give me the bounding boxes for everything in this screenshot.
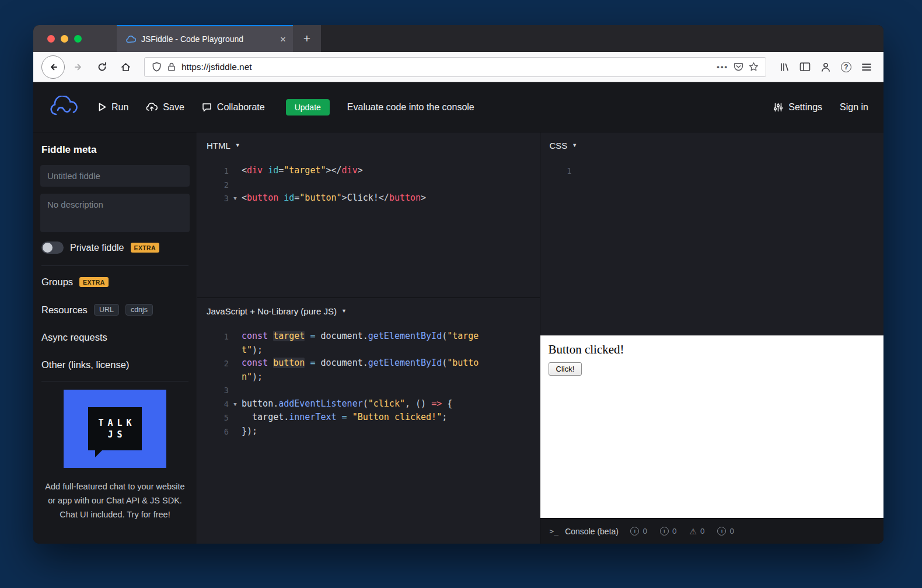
code-token: div [247,165,263,176]
talkjs-ad[interactable]: TALK JS Add full-featured chat to your w… [40,390,190,522]
console-bar[interactable]: >_ Console (beta) ! 0 ! 0 [540,518,884,544]
result-click-button[interactable]: Click! [549,362,582,376]
css-editor[interactable]: 1 [540,158,884,335]
minimize-window-button[interactable] [61,35,68,43]
css-panel-header[interactable]: CSS ▼ [540,132,884,158]
reload-button[interactable] [92,57,113,78]
lock-icon[interactable] [167,62,176,72]
home-button[interactable] [115,57,136,78]
code-line[interactable]: 4▼button.addEventListener("click", () =>… [197,397,540,411]
code-token: . [363,331,368,341]
sidebar-item-resources[interactable]: Resources URL cdnjs [40,296,190,324]
code-line[interactable]: 3▼<button id="button">Click!</button> [197,191,540,205]
menu-hamburger-icon[interactable] [861,63,872,71]
code-token [268,331,273,341]
run-button[interactable]: Run [99,102,128,113]
sidebar-item-groups[interactable]: Groups EXTRA [40,268,190,296]
code-line[interactable]: 2const button = document.getElementById(… [197,356,540,370]
fiddle-title-input[interactable] [40,165,190,187]
line-number: 2 [197,178,229,192]
log-circle-icon: ! [717,527,726,536]
code-line[interactable]: 3 [197,383,540,397]
url-text[interactable]: https://jsfiddle.net [181,62,252,72]
sidebar-item-async-requests[interactable]: Async requests [40,324,190,351]
sidebar-toggle-icon[interactable] [799,62,811,72]
browser-tab[interactable]: JSFiddle - Code Playground × [117,25,293,52]
save-button[interactable]: Save [146,102,184,113]
tab-close-icon[interactable]: × [280,34,286,44]
code-text: }); [242,425,257,439]
code-token: button [242,398,273,409]
html-panel-header[interactable]: HTML ▼ [197,132,540,158]
code-token: id [284,192,294,203]
html-editor[interactable]: 1<div id="target"></div>23▼<button id="b… [197,158,540,298]
home-icon [120,62,131,72]
console-info-counter[interactable]: ! 0 [630,527,647,536]
sidebar-item-other[interactable]: Other (links, license) [40,351,190,379]
code-line[interactable]: 2 [197,178,540,192]
code-line[interactable]: 5 target.innerText = "Button clicked!"; [197,411,540,425]
line-number: 3 [197,383,229,397]
library-icon[interactable] [779,62,790,72]
code-line[interactable]: 1const target = document.getElementById(… [197,330,540,344]
js-editor[interactable]: 1const target = document.getElementById(… [197,324,540,544]
settings-button[interactable]: Settings [773,102,822,113]
code-line[interactable]: 1 [540,164,884,178]
fold-arrow-icon[interactable]: ▼ [229,397,242,411]
pocket-icon[interactable] [734,62,743,72]
code-line[interactable]: 1<div id="target"></div> [197,164,540,178]
chevron-down-icon[interactable]: ▼ [572,142,577,148]
code-token: innerText [289,412,336,422]
resource-chip-cdnjs[interactable]: cdnjs [125,304,153,316]
zoom-window-button[interactable] [74,35,82,43]
code-line[interactable]: n"); [197,370,540,384]
sidebar-divider [41,381,188,382]
new-tab-button[interactable]: + [293,25,321,52]
sign-in-link[interactable]: Sign in [840,102,868,113]
app-header: Run Save Collaborate Update Evaluate cod… [33,82,883,132]
account-icon[interactable] [820,62,831,72]
page-actions-icon[interactable]: ••• [717,62,728,71]
code-token: > [342,192,347,203]
resource-chip-url[interactable]: URL [94,304,119,316]
code-token: > [421,192,426,203]
talkjs-ad-caption[interactable]: Add full-featured chat to your website o… [41,480,189,522]
forward-button[interactable] [68,57,89,78]
collaborate-button[interactable]: Collaborate [202,102,265,113]
code-line[interactable]: t"); [197,344,540,357]
js-panel-header[interactable]: JavaScript + No-Library (pure JS) ▼ [197,298,540,324]
back-button[interactable] [41,55,65,79]
reload-icon [97,62,107,72]
help-icon[interactable]: ? [841,62,851,72]
console-warning-counter[interactable]: ⚠ 0 [689,527,704,536]
chevron-down-icon[interactable]: ▼ [341,308,347,314]
code-token: t" [242,345,252,355]
save-label: Save [163,102,184,113]
code-token: target [252,412,284,422]
jsfiddle-logo-icon[interactable] [48,96,81,119]
talkjs-logo-line2: JS [107,429,126,440]
line-number: 3 [197,191,229,205]
close-window-button[interactable] [47,35,55,43]
fold-arrow-icon[interactable]: ▼ [229,191,242,205]
private-fiddle-toggle[interactable] [41,242,64,254]
talkjs-ad-image[interactable]: TALK JS [64,390,166,468]
code-token: () [415,398,426,409]
code-token: ( [363,398,368,409]
fold-gutter [229,164,242,178]
fold-gutter [229,411,242,425]
console-count: 0 [672,527,677,536]
chevron-down-icon[interactable]: ▼ [235,142,240,148]
code-token: . [363,358,368,368]
address-bar[interactable]: https://jsfiddle.net ••• [144,57,766,77]
shield-icon[interactable] [152,62,162,72]
console-error-counter[interactable]: ! 0 [660,527,677,536]
console-log-counter[interactable]: ! 0 [717,527,734,536]
code-token: ( [442,331,447,341]
console-count: 0 [700,527,705,536]
code-token: "targe [447,331,479,341]
bookmark-star-icon[interactable] [749,62,759,72]
code-line[interactable]: 6}); [197,425,540,439]
fiddle-description-input[interactable] [40,194,190,232]
update-button[interactable]: Update [286,99,330,116]
